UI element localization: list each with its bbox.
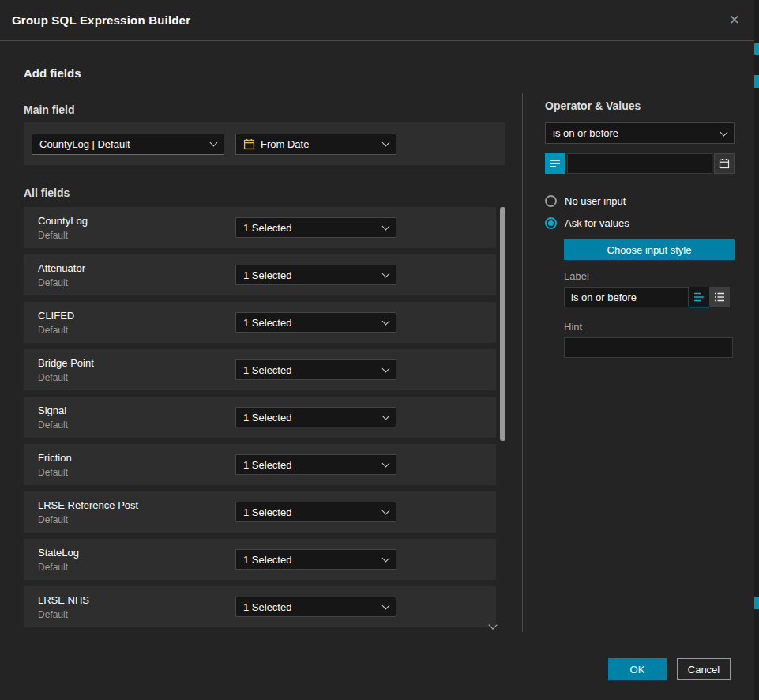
background-edge-fragment <box>754 43 759 55</box>
main-field-value: From Date <box>261 138 309 150</box>
field-name: CountyLog <box>38 215 227 227</box>
field-name: CLIFED <box>38 310 227 322</box>
field-row: StateLogDefault1 Selected <box>24 539 496 580</box>
field-row: AttenuatorDefault1 Selected <box>24 254 496 295</box>
operator-values-panel: Operator & Values is on or before <box>545 100 735 358</box>
selected-count-label: 1 Selected <box>243 317 291 329</box>
all-fields-label: All fields <box>24 186 70 199</box>
vertical-divider <box>522 93 523 632</box>
field-selected-dropdown[interactable]: 1 Selected <box>235 407 396 427</box>
main-field-dropdown[interactable]: From Date <box>235 134 396 155</box>
field-name: Friction <box>38 452 227 464</box>
calendar-picker-button[interactable] <box>714 153 735 174</box>
chevron-down-icon <box>383 226 389 229</box>
all-fields-list: CountyLogDefault1 SelectedAttenuatorDefa… <box>24 207 496 634</box>
align-left-icon <box>693 292 705 303</box>
calendar-icon <box>243 138 255 150</box>
selected-count-label: 1 Selected <box>243 222 291 234</box>
field-subtitle: Default <box>38 420 227 431</box>
field-row: CountyLogDefault1 Selected <box>24 207 496 248</box>
scrollbar-thumb[interactable] <box>500 207 505 441</box>
field-info: CountyLogDefault <box>38 215 227 241</box>
main-layer-value: CountyLog | Default <box>39 138 130 150</box>
field-name: StateLog <box>38 547 227 559</box>
field-info: SignalDefault <box>38 405 227 431</box>
field-selected-dropdown[interactable]: 1 Selected <box>235 549 396 570</box>
background-edge-fragment <box>754 75 759 88</box>
selected-count-label: 1 Selected <box>243 459 291 471</box>
field-name: LRSE NHS <box>38 594 227 606</box>
value-type-button[interactable] <box>545 153 565 174</box>
chevron-down-icon <box>383 368 389 371</box>
field-info: Bridge PointDefault <box>38 357 227 383</box>
operator-dropdown[interactable]: is on or before <box>545 122 735 144</box>
chevron-down-icon <box>383 273 389 277</box>
ask-for-values-options: Choose input style Label <box>564 239 735 358</box>
dialog-footer: OK Cancel <box>608 658 731 680</box>
field-selected-dropdown[interactable]: 1 Selected <box>235 217 396 238</box>
field-subtitle: Default <box>38 467 227 478</box>
main-layer-dropdown[interactable]: CountyLog | Default <box>32 134 224 155</box>
field-row: SignalDefault1 Selected <box>24 397 496 438</box>
list-style-button[interactable] <box>709 287 730 307</box>
value-input-row <box>545 153 735 174</box>
field-selected-dropdown[interactable]: 1 Selected <box>235 359 396 380</box>
field-info: LRSE NHSDefault <box>38 594 227 620</box>
operator-value: is on or before <box>553 127 618 139</box>
operator-values-heading: Operator & Values <box>545 100 735 112</box>
field-row: FrictionDefault1 Selected <box>24 444 496 485</box>
ok-button[interactable]: OK <box>608 658 667 680</box>
choose-input-style-button[interactable]: Choose input style <box>564 239 735 260</box>
field-info: CLIFEDDefault <box>38 310 227 336</box>
field-subtitle: Default <box>38 562 227 573</box>
field-info: AttenuatorDefault <box>38 262 227 288</box>
field-name: Bridge Point <box>38 357 227 369</box>
radio-selected-icon <box>545 217 557 229</box>
scroll-down-icon[interactable] <box>490 622 496 628</box>
field-selected-dropdown[interactable]: 1 Selected <box>235 597 396 617</box>
selected-count-label: 1 Selected <box>243 364 291 376</box>
field-name: Signal <box>38 405 227 416</box>
field-row: Bridge PointDefault1 Selected <box>24 349 496 390</box>
label-input-row <box>564 287 735 307</box>
field-subtitle: Default <box>38 277 227 288</box>
field-selected-dropdown[interactable]: 1 Selected <box>235 454 396 475</box>
label-input[interactable] <box>564 287 689 307</box>
add-fields-heading: Add fields <box>24 66 81 80</box>
chevron-down-icon <box>383 142 389 145</box>
label-field-label: Label <box>564 270 735 282</box>
fields-scrollbar[interactable] <box>500 207 505 632</box>
selected-count-label: 1 Selected <box>243 601 291 613</box>
calendar-icon <box>719 158 730 169</box>
hint-field-label: Hint <box>564 321 735 333</box>
field-info: StateLogDefault <box>38 547 227 573</box>
field-row: CLIFEDDefault1 Selected <box>24 302 496 343</box>
close-icon[interactable]: ✕ <box>729 13 740 27</box>
chevron-down-icon <box>383 510 389 514</box>
value-input[interactable] <box>567 153 712 174</box>
chevron-down-icon <box>211 142 216 145</box>
selected-count-label: 1 Selected <box>243 269 291 281</box>
background-edge-fragment <box>754 597 759 609</box>
single-line-style-button[interactable] <box>689 287 709 307</box>
field-name: Attenuator <box>38 262 227 274</box>
selected-count-label: 1 Selected <box>243 412 291 423</box>
field-selected-dropdown[interactable]: 1 Selected <box>235 312 396 333</box>
hint-input[interactable] <box>564 337 733 358</box>
cancel-button[interactable]: Cancel <box>677 658 731 680</box>
radio-no-user-input[interactable]: No user input <box>545 195 735 207</box>
chevron-down-icon <box>721 132 727 135</box>
group-sql-expression-builder-dialog: Group SQL Expression Builder ✕ Add field… <box>0 0 759 700</box>
chevron-down-icon <box>383 558 389 561</box>
field-info: LRSE Reference PostDefault <box>38 499 227 525</box>
field-subtitle: Default <box>38 514 227 525</box>
field-selected-dropdown[interactable]: 1 Selected <box>235 265 396 285</box>
background-app-edge <box>754 0 759 700</box>
field-selected-dropdown[interactable]: 1 Selected <box>235 502 396 522</box>
dialog-title: Group SQL Expression Builder <box>12 13 190 27</box>
radio-ask-for-values[interactable]: Ask for values <box>545 217 735 229</box>
main-field-label: Main field <box>24 103 75 116</box>
chevron-down-icon <box>383 463 389 466</box>
input-lines-icon <box>550 158 561 169</box>
chevron-down-icon <box>383 605 389 608</box>
